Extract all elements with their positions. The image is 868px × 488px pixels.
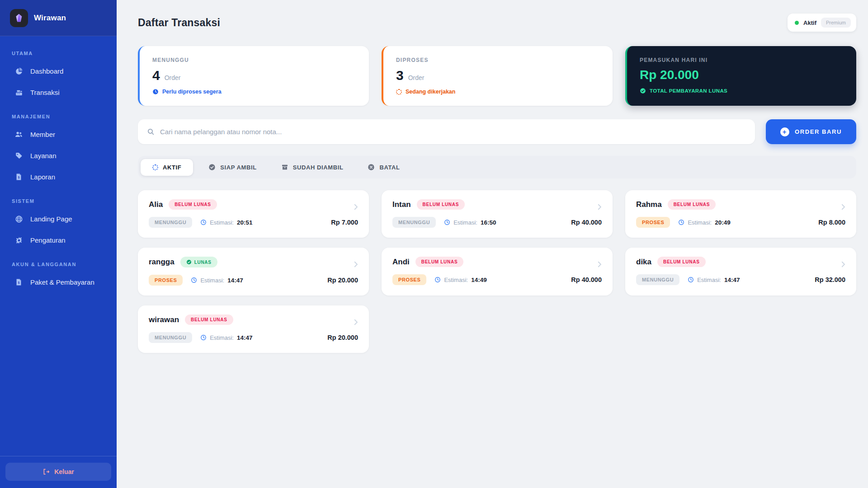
payment-badge: BELUM LUNAS bbox=[657, 257, 705, 267]
new-order-label: ORDER BARU bbox=[795, 128, 842, 135]
clock-icon bbox=[200, 334, 207, 341]
chevron-right-icon bbox=[595, 203, 604, 211]
customer-name: Andi bbox=[392, 258, 410, 267]
payment-label: BELUM LUNAS bbox=[674, 202, 710, 207]
sidebar-item-label: Laporan bbox=[30, 173, 55, 181]
search-box[interactable] bbox=[138, 119, 755, 144]
section-label-utama: UTAMA bbox=[0, 40, 117, 61]
check-circle-icon bbox=[186, 259, 192, 265]
x-circle-icon bbox=[368, 164, 375, 171]
section-label-sistem: SISTEM bbox=[0, 188, 117, 208]
transaction-card[interactable]: Intan BELUM LUNAS MENUNGGU Estimasi: 16:… bbox=[382, 190, 613, 238]
sidebar-item-layanan[interactable]: Layanan bbox=[0, 145, 117, 166]
transaction-card[interactable]: rangga LUNAS PROSES Estimasi: 14:47 Rp 2… bbox=[138, 248, 369, 296]
globe-icon bbox=[14, 215, 23, 223]
spinner-icon bbox=[152, 164, 158, 170]
receipt-icon: $ bbox=[14, 278, 23, 286]
sidebar-item-label: Transaksi bbox=[30, 89, 59, 96]
customer-name: Rahma bbox=[636, 200, 662, 209]
estimasi-time: 16:50 bbox=[481, 219, 496, 226]
estimasi-time: 20:49 bbox=[715, 219, 731, 226]
page-title: Daftar Transaksi bbox=[138, 17, 220, 29]
chevron-right-icon bbox=[595, 260, 604, 268]
sidebar-item-paket-pembayaran[interactable]: $ Paket & Pembayaran bbox=[0, 272, 117, 293]
stat-unit: Order bbox=[165, 74, 181, 81]
status-tabs: AKTIF SIAP AMBIL SUDAH DIAMBIL BATAL bbox=[138, 156, 856, 178]
customer-name: Alia bbox=[149, 200, 163, 209]
clock-icon bbox=[191, 277, 197, 283]
sidebar-item-transaksi[interactable]: Transaksi bbox=[0, 82, 117, 103]
payment-badge: BELUM LUNAS bbox=[185, 314, 233, 325]
amount: Rp 40.000 bbox=[571, 219, 602, 226]
amount: Rp 7.000 bbox=[331, 219, 358, 226]
customer-name: dika bbox=[636, 258, 651, 267]
account-status-label: Aktif bbox=[803, 19, 816, 26]
payment-badge: BELUM LUNAS bbox=[668, 199, 716, 210]
payment-badge: BELUM LUNAS bbox=[417, 199, 465, 210]
tab-label: SIAP AMBIL bbox=[220, 164, 256, 171]
transaction-card[interactable]: dika BELUM LUNAS MENUNGGU Estimasi: 14:4… bbox=[625, 248, 856, 296]
tab-batal[interactable]: BATAL bbox=[359, 159, 409, 176]
active-dot-icon bbox=[795, 21, 799, 25]
sidebar-item-label: Member bbox=[30, 131, 55, 138]
search-input[interactable] bbox=[160, 128, 746, 136]
check-circle-icon bbox=[208, 164, 216, 171]
sidebar-item-label: Layanan bbox=[30, 152, 57, 160]
search-icon bbox=[147, 128, 155, 136]
transaction-card[interactable]: Rahma BELUM LUNAS PROSES Estimasi: 20:49… bbox=[625, 190, 856, 238]
status-chip: MENUNGGU bbox=[149, 217, 192, 228]
transaction-card[interactable]: wirawan BELUM LUNAS MENUNGGU Estimasi: 1… bbox=[138, 305, 369, 353]
app-logo bbox=[10, 9, 28, 27]
section-label-akun: AKUN & LANGGANAN bbox=[0, 251, 117, 272]
tab-siap-ambil[interactable]: SIAP AMBIL bbox=[199, 159, 265, 176]
customer-name: wirawan bbox=[149, 315, 179, 324]
estimasi-label: Estimasi: bbox=[697, 277, 721, 283]
estimasi-label: Estimasi: bbox=[210, 219, 234, 226]
customer-name: rangga bbox=[149, 258, 175, 267]
transaction-card[interactable]: Andi BELUM LUNAS PROSES Estimasi: 14:49 … bbox=[382, 248, 613, 296]
stat-value: Rp 20.000 bbox=[640, 68, 699, 82]
stat-value: 3 bbox=[396, 68, 404, 83]
receipt-icon: $ bbox=[14, 173, 23, 181]
sidebar-item-dashboard[interactable]: Dashboard bbox=[0, 61, 117, 82]
section-label-manajemen: MANAJEMEN bbox=[0, 103, 117, 124]
status-chip: PROSES bbox=[149, 275, 183, 286]
transaction-card[interactable]: Alia BELUM LUNAS MENUNGGU Estimasi: 20:5… bbox=[138, 190, 369, 238]
sidebar-item-landing-page[interactable]: Landing Page bbox=[0, 208, 117, 230]
sidebar-item-label: Landing Page bbox=[30, 215, 72, 223]
users-icon bbox=[14, 130, 23, 139]
amount: Rp 20.000 bbox=[327, 334, 358, 341]
new-order-button[interactable]: + ORDER BARU bbox=[766, 119, 856, 144]
sidebar-item-laporan[interactable]: $ Laporan bbox=[0, 166, 117, 188]
tab-aktif[interactable]: AKTIF bbox=[141, 159, 193, 176]
brand-header: Wirawan bbox=[0, 0, 117, 36]
sidebar-item-pengaturan[interactable]: Pengaturan bbox=[0, 230, 117, 251]
estimasi-time: 14:47 bbox=[237, 334, 253, 341]
pie-chart-icon bbox=[14, 67, 23, 75]
stat-title: PEMASUKAN HARI INI bbox=[640, 57, 844, 63]
clock-icon bbox=[434, 277, 441, 283]
stat-note-text: Sedang dikerjakan bbox=[406, 89, 455, 95]
chevron-right-icon bbox=[352, 203, 360, 211]
payment-badge: LUNAS bbox=[180, 257, 217, 267]
stat-card-diproses: DIPROSES 3 Order Sedang dikerjakan bbox=[382, 46, 613, 106]
spinner-icon bbox=[396, 89, 402, 95]
stat-value: 4 bbox=[152, 68, 160, 83]
clock-icon bbox=[200, 219, 207, 225]
payment-label: LUNAS bbox=[194, 260, 212, 265]
estimasi-label: Estimasi: bbox=[200, 277, 224, 284]
tab-sudah-diambil[interactable]: SUDAH DIAMBIL bbox=[272, 159, 353, 176]
stats-row: MENUNGGU 4 Order Perlu diproses segera D… bbox=[138, 46, 856, 106]
status-chip: PROSES bbox=[392, 274, 426, 285]
sidebar-item-label: Paket & Pembayaran bbox=[30, 278, 94, 286]
customer-name: Intan bbox=[392, 200, 411, 209]
sidebar-item-member[interactable]: Member bbox=[0, 124, 117, 145]
logout-button[interactable]: Keluar bbox=[5, 463, 111, 481]
stat-card-pemasukan: PEMASUKAN HARI INI Rp 20.000 TOTAL PEMBA… bbox=[625, 46, 856, 106]
estimasi-label: Estimasi: bbox=[688, 219, 712, 226]
plan-chip: Premium bbox=[821, 18, 851, 28]
estimasi-label: Estimasi: bbox=[453, 219, 477, 226]
plus-circle-icon: + bbox=[780, 127, 789, 136]
chevron-right-icon bbox=[839, 203, 847, 211]
status-chip: MENUNGGU bbox=[636, 274, 679, 285]
